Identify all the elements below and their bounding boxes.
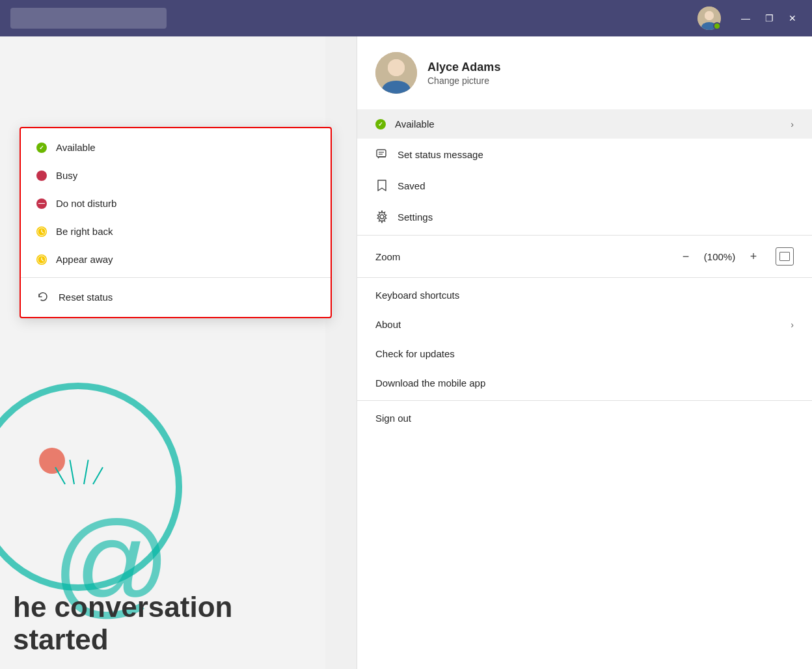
status-brb-item[interactable]: Be right back: [21, 217, 331, 245]
available-label: Available: [395, 118, 435, 130]
available-chevron-icon: ›: [791, 119, 794, 130]
about-chevron-icon: ›: [791, 320, 794, 330]
status-appear-away-label: Appear away: [56, 254, 113, 265]
profile-header: Alyce Adams Change picture: [357, 36, 812, 109]
bg-rays: [62, 459, 96, 487]
status-dot-titlebar: [713, 22, 721, 30]
status-dnd-item[interactable]: Do not disturb: [21, 189, 331, 217]
reset-status-label: Reset status: [59, 292, 113, 303]
svg-point-3: [705, 11, 714, 20]
keyboard-shortcuts-item[interactable]: Keyboard shortcuts: [357, 280, 812, 310]
svg-point-11: [380, 215, 384, 219]
divider-1: [357, 235, 812, 236]
svg-point-7: [388, 59, 405, 76]
minimize-button[interactable]: —: [737, 9, 755, 27]
zoom-fit-icon: [779, 252, 790, 261]
about-label: About: [375, 319, 401, 330]
set-status-message-label: Set status message: [398, 149, 483, 160]
bg-circle-small: [39, 448, 65, 474]
busy-dot: [36, 171, 47, 181]
status-brb-label: Be right back: [56, 226, 113, 237]
close-button[interactable]: ✕: [783, 9, 802, 27]
settings-label: Settings: [398, 212, 433, 223]
zoom-fit-button[interactable]: [776, 247, 794, 266]
status-busy-item[interactable]: Busy: [21, 161, 331, 189]
title-bar: — ❐ ✕: [0, 0, 812, 36]
available-dot: [36, 143, 47, 153]
status-available-item[interactable]: Available: [21, 133, 331, 161]
status-busy-label: Busy: [56, 170, 77, 181]
download-mobile-item[interactable]: Download the mobile app: [357, 368, 812, 398]
divider-2: [357, 277, 812, 278]
settings-icon: [375, 210, 388, 223]
submenu-divider: [21, 277, 331, 278]
bottom-text: he conversation started: [0, 591, 325, 656]
brb-dot: [36, 226, 47, 237]
download-mobile-label: Download the mobile app: [375, 377, 485, 389]
sign-out-label: Sign out: [375, 413, 411, 424]
status-dnd-label: Do not disturb: [56, 198, 116, 209]
restore-button[interactable]: ❐: [760, 9, 778, 27]
zoom-minus-button[interactable]: −: [677, 247, 695, 266]
available-menu-item[interactable]: Available ›: [357, 109, 812, 139]
reset-icon: [36, 290, 49, 303]
user-avatar-titlebar[interactable]: [697, 7, 721, 30]
profile-avatar[interactable]: [375, 52, 417, 94]
status-appear-away-item[interactable]: Appear away: [21, 245, 331, 273]
reset-status-item[interactable]: Reset status: [21, 282, 331, 312]
zoom-controls: − (100%) +: [677, 247, 794, 266]
change-picture-link[interactable]: Change picture: [427, 75, 500, 86]
dnd-dot: [36, 198, 47, 209]
saved-label: Saved: [398, 180, 426, 191]
check-updates-item[interactable]: Check for updates: [357, 339, 812, 368]
search-bar[interactable]: [10, 8, 167, 29]
zoom-value: (100%): [703, 251, 737, 262]
svg-rect-8: [377, 150, 386, 157]
profile-info: Alyce Adams Change picture: [427, 61, 500, 86]
settings-menu-item[interactable]: Settings: [357, 201, 812, 232]
status-submenu: Available Busy Do not disturb Be right b…: [20, 127, 332, 318]
keyboard-shortcuts-label: Keyboard shortcuts: [375, 290, 459, 301]
saved-icon: [375, 179, 388, 192]
profile-panel: Alyce Adams Change picture Available › S…: [357, 36, 812, 669]
saved-menu-item[interactable]: Saved: [357, 170, 812, 201]
appear-away-dot: [36, 254, 47, 265]
check-updates-label: Check for updates: [375, 348, 455, 359]
status-message-icon: [375, 148, 388, 161]
divider-3: [357, 400, 812, 401]
sign-out-item[interactable]: Sign out: [357, 403, 812, 433]
zoom-row: Zoom − (100%) +: [357, 238, 812, 275]
available-status-dot: [375, 119, 386, 130]
profile-name: Alyce Adams: [427, 61, 500, 74]
zoom-label: Zoom: [375, 251, 677, 262]
window-controls: — ❐ ✕: [697, 7, 802, 30]
status-available-label: Available: [56, 142, 96, 153]
about-menu-item[interactable]: About ›: [357, 310, 812, 339]
set-status-message-item[interactable]: Set status message: [357, 139, 812, 170]
zoom-plus-button[interactable]: +: [744, 247, 763, 266]
